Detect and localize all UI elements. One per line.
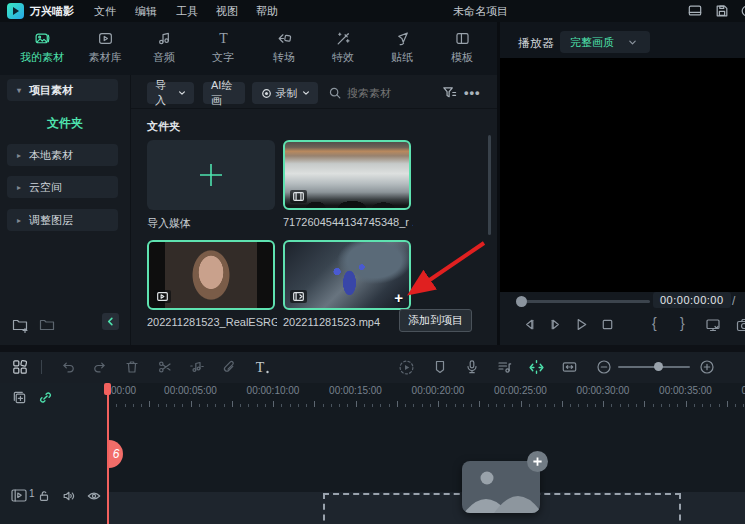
menu-help[interactable]: 帮助 [252,0,282,22]
sidebar: ▾ 项目素材 文件夹 ▸ 本地素材 ▸ 云空间 ▸ 调整图层 [0,75,130,345]
folder-section-title: 文件夹 [147,119,180,134]
sidebar-item-folder[interactable]: 文件夹 [47,115,83,132]
search-icon[interactable] [328,86,342,100]
stock-media-icon [77,30,133,47]
ruler-timestamp: 00:00:40:00 [728,385,745,396]
tab-transition[interactable]: 转场 [256,30,312,65]
ruler-tick [158,404,159,407]
tab-audio[interactable]: 音频 [136,30,192,65]
import-media-tile[interactable] [147,140,275,210]
quality-dropdown[interactable]: 完整画质 [560,31,650,53]
filter-icon[interactable] [442,85,457,100]
layout-icon[interactable] [688,4,702,18]
text-tool-icon[interactable]: T [253,359,271,375]
ruler-tick [405,404,406,407]
save-icon[interactable] [715,4,729,18]
ruler-tick [727,401,728,407]
next-frame-button[interactable] [548,317,563,332]
timeline-ruler[interactable]: 00:0000:00:05:0000:00:10:0000:00:15:0000… [108,383,745,409]
folder-icon[interactable] [39,317,55,332]
mute-icon[interactable] [62,489,76,503]
ai-paint-button[interactable]: AI绘画 [203,82,245,104]
export-icon[interactable] [740,4,745,18]
link-icon[interactable] [38,390,53,405]
menu-file[interactable]: 文件 [90,0,120,22]
more-options-icon[interactable]: ••• [464,85,481,100]
drag-ghost-clip[interactable] [462,461,540,513]
ruler-timestamp: 00:00:30:00 [563,385,643,396]
ruler-tick [281,404,282,407]
track-header-column: 1 [0,383,108,524]
zoom-out-icon[interactable] [596,359,612,375]
collapse-sidebar-button[interactable] [102,313,119,330]
mark-in-button[interactable]: { [652,315,657,331]
play-button[interactable] [574,317,589,332]
import-button[interactable]: 导入 [147,82,194,104]
delete-icon[interactable] [124,359,140,375]
tab-stickers[interactable]: 贴纸 [374,30,430,65]
ruler-tick [702,404,703,407]
attach-icon[interactable] [221,359,237,375]
current-timecode[interactable]: 00:00:00:00 [653,292,731,308]
detach-audio-icon[interactable] [189,359,205,375]
undo-icon[interactable] [60,359,76,375]
tab-stock-media[interactable]: 素材库 [77,30,133,65]
record-button[interactable]: 录制 [252,82,318,104]
sidebar-item-adjustment-layer[interactable]: ▸ 调整图层 [7,209,118,231]
split-icon[interactable] [528,359,545,376]
menu-edit[interactable]: 编辑 [131,0,161,22]
mark-out-button[interactable]: } [680,315,685,331]
ruler-tick [215,404,216,407]
ruler-tick [743,404,744,407]
cut-icon[interactable] [157,359,173,375]
menu-tools[interactable]: 工具 [172,0,202,22]
ruler-tick [479,401,480,407]
menu-view[interactable]: 视图 [212,0,242,22]
workspace-layout-icon[interactable] [12,359,28,375]
zoom-to-fit-icon[interactable] [561,359,578,375]
tab-effects[interactable]: 特效 [315,30,371,65]
duplicate-icon[interactable] [12,390,27,405]
redo-icon[interactable] [92,359,108,375]
project-title: 未命名项目 [453,0,508,22]
timeline-zoom-handle[interactable] [654,362,663,371]
ruler-tick [488,404,489,407]
ruler-tick [314,401,315,407]
search-input[interactable] [345,82,439,104]
player-controls: 00:00:00:00 / { } [500,292,745,345]
audio-icon [136,30,192,47]
playback-slider[interactable] [520,300,650,303]
audio-mixer-icon[interactable] [496,359,513,375]
playback-slider-handle[interactable] [516,296,527,307]
zoom-in-icon[interactable] [699,359,715,375]
media-item-name-2: 202211281523_RealESRG... [147,316,277,328]
snapshot-icon[interactable] [736,317,745,333]
video-clip-icon [290,290,307,303]
lock-icon[interactable] [37,489,51,503]
voiceover-mic-icon[interactable] [464,359,480,375]
sidebar-item-local-media[interactable]: ▸ 本地素材 [7,144,118,166]
svg-text:T: T [219,31,228,46]
ruler-tick [570,404,571,407]
ruler-tick [496,404,497,407]
media-item-thumbnail-2[interactable] [147,240,275,310]
chevron-down-icon: ▾ [17,86,21,95]
new-folder-icon[interactable] [12,317,28,332]
stop-button[interactable] [600,317,615,332]
scrollbar[interactable] [488,135,491,235]
marker-icon[interactable] [432,359,448,375]
display-mode-button[interactable] [705,317,721,333]
tab-my-media[interactable]: 我的素材 [14,30,70,65]
visibility-eye-icon[interactable] [87,489,101,503]
render-preview-icon[interactable] [398,359,415,376]
previous-frame-button[interactable] [522,317,537,332]
media-item-thumbnail-1[interactable] [283,140,411,210]
tab-text[interactable]: T 文字 [195,30,251,65]
media-item-thumbnail-3[interactable]: + [283,240,411,310]
playhead-badge[interactable]: 6 [109,440,123,468]
sidebar-item-cloud-space[interactable]: ▸ 云空间 [7,176,118,198]
tab-templates[interactable]: 模板 [434,30,490,65]
sidebar-item-project-media[interactable]: ▾ 项目素材 [7,79,118,101]
add-to-project-button[interactable]: + [394,289,403,306]
ruler-tick [620,404,621,407]
